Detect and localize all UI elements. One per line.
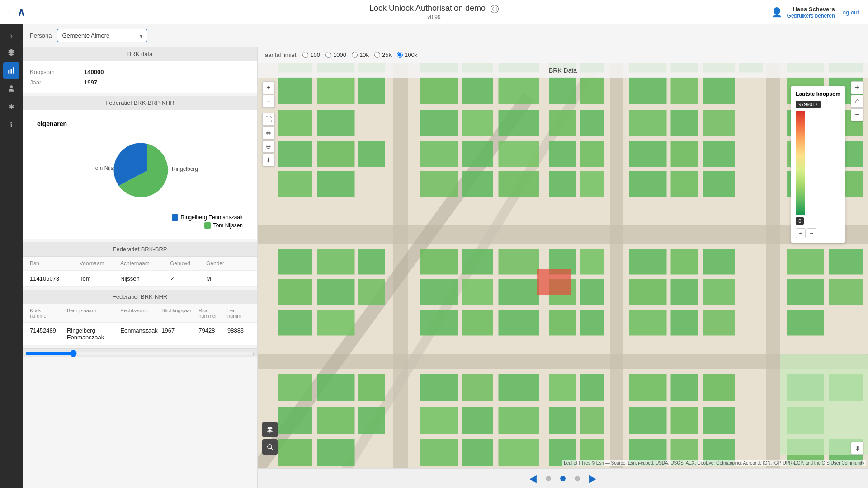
legend-bar-container xyxy=(796,111,840,215)
sidebar-item-analytics[interactable]: ✱ xyxy=(3,99,19,115)
nav-dot-2[interactable] xyxy=(560,476,566,481)
svg-rect-72 xyxy=(499,171,539,197)
svg-rect-108 xyxy=(420,310,458,336)
legend-zoom-out-button[interactable]: − xyxy=(807,228,816,238)
swap-button[interactable]: ⇔ xyxy=(262,127,275,139)
zoom-in-right-button[interactable]: + xyxy=(851,81,863,94)
map-bottom-controls xyxy=(262,422,278,455)
sidebar-item-chart[interactable] xyxy=(3,62,19,79)
svg-rect-44 xyxy=(317,110,355,136)
svg-rect-34 xyxy=(462,77,493,104)
zoom-out-right-button[interactable]: − xyxy=(851,108,863,121)
svg-rect-95 xyxy=(358,279,385,305)
svg-rect-74 xyxy=(580,171,604,197)
nav-dot-1[interactable] xyxy=(546,476,551,481)
svg-rect-104 xyxy=(787,279,824,305)
limiet-100k[interactable]: 100k xyxy=(397,52,417,58)
radio-25k[interactable] xyxy=(374,52,380,58)
back-button[interactable]: ← xyxy=(6,7,15,17)
svg-rect-115 xyxy=(703,310,735,336)
user-area: 👤 Hans Schevers Gebruikers beheren Log o… xyxy=(771,5,859,19)
info-icon[interactable]: ⓘ xyxy=(491,5,499,13)
svg-rect-50 xyxy=(629,110,667,136)
svg-rect-84 xyxy=(462,249,493,275)
svg-rect-75 xyxy=(629,171,667,197)
col-header-achternaam: Achternaam xyxy=(120,260,170,267)
radio-100[interactable] xyxy=(302,52,308,58)
limiet-100[interactable]: 100 xyxy=(302,52,320,58)
brk-data-header: BRK data xyxy=(23,47,257,61)
zoom-in-button[interactable]: + xyxy=(262,81,275,94)
svg-rect-13 xyxy=(766,63,780,468)
sidebar: › ✱ ℹ xyxy=(0,24,23,488)
svg-rect-94 xyxy=(317,279,355,305)
koopsom-row: Koopsom 140000 xyxy=(30,67,250,77)
svg-rect-107 xyxy=(317,310,355,336)
legend-zoom-in-button[interactable]: + xyxy=(796,228,806,238)
search-map-button[interactable] xyxy=(262,439,278,455)
radio-100k[interactable] xyxy=(397,52,403,58)
main-layout: › ✱ ℹ Persona Gemeente Almere Rijkswater… xyxy=(0,24,868,488)
svg-rect-90 xyxy=(703,249,735,275)
col-header-kvk: K v knummer xyxy=(30,308,67,319)
svg-rect-119 xyxy=(358,374,385,401)
svg-rect-143 xyxy=(317,439,355,466)
persona-bar: Persona Gemeente Almere Rijkswaterstaat … xyxy=(23,24,868,47)
pie-chart: Tom Nijssen xyxy=(81,135,199,207)
svg-rect-116 xyxy=(787,310,824,336)
svg-rect-126 xyxy=(671,374,698,401)
svg-rect-96 xyxy=(420,279,458,305)
panels: BRK data Koopsom 140000 Jaar 1997 xyxy=(23,47,868,488)
scroll-input[interactable] xyxy=(25,350,255,357)
cell-lei: 98883 xyxy=(227,327,250,341)
sidebar-item-info[interactable]: ℹ xyxy=(3,117,19,133)
sidebar-collapse-button[interactable]: › xyxy=(3,29,19,42)
zoom-out-button[interactable]: − xyxy=(262,95,275,108)
svg-point-3 xyxy=(10,85,13,88)
svg-rect-45 xyxy=(420,110,458,136)
logout-button[interactable]: Log out xyxy=(840,9,859,15)
limiet-radio-group: 100 1000 10k 25k xyxy=(302,52,417,58)
radio-10k[interactable] xyxy=(352,52,358,58)
gebruikers-beheren-link[interactable]: Gebruikers beheren xyxy=(787,12,835,19)
pie-chart-container: Tom Nijssen xyxy=(30,130,250,211)
persona-select[interactable]: Gemeente Almere Rijkswaterstaat Kadaster xyxy=(57,29,147,42)
download-left-button[interactable]: ⬇ xyxy=(262,154,275,166)
fullscreen-button[interactable]: ⛶ xyxy=(262,113,275,126)
layers-button[interactable] xyxy=(262,422,278,437)
download-button[interactable]: ⬇ xyxy=(851,442,863,455)
sidebar-item-layers[interactable] xyxy=(3,44,19,61)
map-controls-right: + ⌂ − xyxy=(851,81,863,121)
svg-rect-65 xyxy=(703,141,735,167)
map-attribution: Leaflet | Tiles © Esri — Source: Esri, i… xyxy=(562,460,866,466)
limiet-10k[interactable]: 10k xyxy=(352,52,369,58)
cell-gender: M xyxy=(206,275,233,282)
minus-circle-button[interactable]: ⊖ xyxy=(262,140,275,153)
svg-rect-77 xyxy=(703,171,735,197)
home-button[interactable]: ⌂ xyxy=(851,95,863,108)
svg-rect-81 xyxy=(317,249,355,275)
svg-line-166 xyxy=(271,448,273,450)
svg-rect-136 xyxy=(549,407,576,434)
svg-rect-38 xyxy=(629,77,667,104)
label-10k: 10k xyxy=(359,52,369,58)
sidebar-item-person[interactable] xyxy=(3,80,19,97)
svg-rect-124 xyxy=(580,374,604,401)
col-header-rsin: Rsinnummer xyxy=(198,308,227,319)
table-row: 71452489 Ringelberg Eenmanszaak Eenmansz… xyxy=(23,323,257,346)
nav-next-button[interactable]: ▶ xyxy=(589,473,597,484)
svg-rect-83 xyxy=(420,249,458,275)
svg-rect-134 xyxy=(462,407,493,434)
limiet-1000[interactable]: 1000 xyxy=(326,52,346,58)
horizontal-scrollbar[interactable] xyxy=(23,348,257,357)
limiet-25k[interactable]: 25k xyxy=(374,52,392,58)
nav-dot-3[interactable] xyxy=(575,476,580,481)
koopsom-value: 140000 xyxy=(84,69,104,75)
svg-rect-76 xyxy=(671,171,698,197)
nav-prev-button[interactable]: ◀ xyxy=(529,473,537,484)
brk-data-section: BRK data Koopsom 140000 Jaar 1997 xyxy=(23,47,257,93)
radio-1000[interactable] xyxy=(326,52,331,58)
svg-rect-121 xyxy=(462,374,493,401)
map-download-button[interactable]: ⬇ xyxy=(851,442,863,455)
svg-rect-51 xyxy=(671,110,698,136)
